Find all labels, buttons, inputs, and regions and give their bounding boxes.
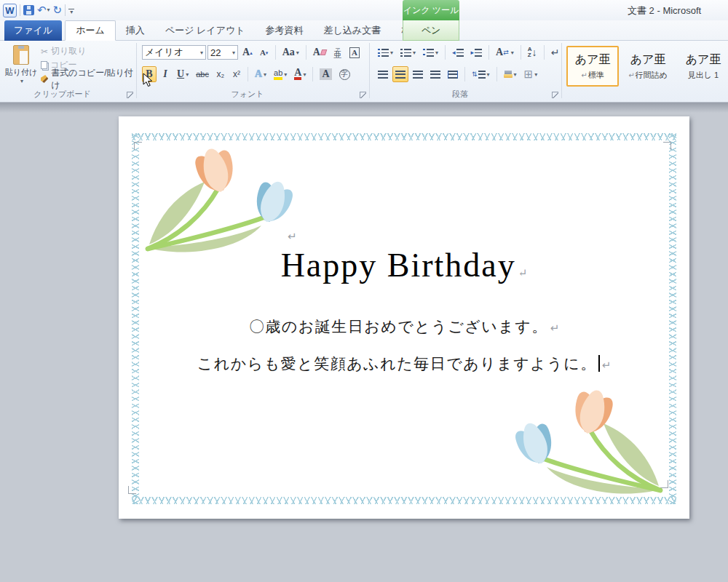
superscript-button[interactable]: x² xyxy=(229,66,244,82)
qat-separator xyxy=(20,4,20,16)
font-name-dropdown-icon[interactable]: ▾ xyxy=(200,49,203,56)
paragraph-dialog-launcher[interactable] xyxy=(552,92,558,98)
underline-dropdown-icon: ▾ xyxy=(186,71,189,78)
tab-mailings[interactable]: 差し込み文書 xyxy=(314,20,392,41)
line-spacing-arrows-icon: ⇅ xyxy=(472,71,478,78)
strikethrough-button[interactable]: abc xyxy=(193,66,212,82)
line-spacing-button[interactable]: ⇅▾ xyxy=(469,66,493,82)
font-color-icon: A xyxy=(294,68,301,80)
distribute-button[interactable] xyxy=(445,66,461,82)
style-no-spacing[interactable]: あア亜 ↵行間詰め xyxy=(622,46,674,87)
mini-separator xyxy=(464,67,465,81)
mini-separator xyxy=(445,45,446,60)
show-editing-marks-button[interactable]: ↵ xyxy=(548,44,563,60)
decrease-indent-button[interactable]: ◂ xyxy=(449,44,467,60)
font-group-label: フォント xyxy=(138,89,357,100)
tab-pen[interactable]: ペン xyxy=(403,20,459,41)
save-icon[interactable] xyxy=(23,5,34,15)
tab-home[interactable]: ホーム xyxy=(65,20,116,41)
mini-separator xyxy=(488,45,489,60)
align-center-button[interactable] xyxy=(392,66,408,82)
undo-dropdown-icon[interactable]: ▾ xyxy=(47,5,50,15)
align-right-icon xyxy=(413,71,423,79)
clear-formatting-button[interactable]: A xyxy=(310,44,329,60)
grow-font-icon: A xyxy=(242,47,250,58)
card-heading[interactable]: Happy Birthday↵ xyxy=(119,246,689,284)
clipboard-group-label: クリップボード xyxy=(0,89,124,100)
sort-button[interactable]: AZ↓ xyxy=(525,44,540,60)
multilevel-list-icon xyxy=(423,49,434,57)
group-separator xyxy=(561,43,562,98)
tab-file[interactable]: ファイル xyxy=(4,20,62,41)
borders-button[interactable]: ⊞▾ xyxy=(521,66,541,82)
cut-button[interactable]: ✂ 切り取り xyxy=(41,44,136,58)
paste-label: 貼り付け xyxy=(5,67,38,78)
tulip-artwork-top-left[interactable] xyxy=(139,146,310,256)
font-size-dropdown-icon[interactable]: ▾ xyxy=(232,49,235,56)
asian-layout-dropdown-icon: ▾ xyxy=(511,49,514,56)
shading-button[interactable]: ▾ xyxy=(501,66,520,82)
change-case-dropdown-icon: ▾ xyxy=(296,49,299,56)
character-border-button[interactable]: A xyxy=(347,44,363,60)
grow-font-button[interactable]: A▴ xyxy=(240,44,256,60)
style-heading-1[interactable]: あア亜 見出し 1 xyxy=(677,46,728,87)
change-case-button[interactable]: Aa▾ xyxy=(280,44,302,60)
shrink-font-button[interactable]: A▾ xyxy=(257,44,272,60)
tulip-artwork-bottom-right[interactable] xyxy=(498,387,669,498)
customize-qat-button[interactable]: ▾ xyxy=(68,7,74,14)
card-line-2[interactable]: これからも愛と笑顔あふれた毎日でありますように。↵ xyxy=(119,354,689,374)
sort-arrow-icon: ↓ xyxy=(532,47,537,58)
redo-icon: ↻ xyxy=(53,5,63,15)
tab-insert[interactable]: 挿入 xyxy=(116,20,155,41)
page-border-bottom xyxy=(132,497,676,504)
text-highlight-dropdown-icon: ▾ xyxy=(284,71,287,78)
bullets-button[interactable]: ▾ xyxy=(375,44,396,60)
text-highlight-button[interactable]: ab▾ xyxy=(271,66,290,82)
enclose-characters-button[interactable]: 字 xyxy=(336,66,353,82)
italic-button[interactable]: I xyxy=(158,66,173,82)
font-color-button[interactable]: A▾ xyxy=(291,66,309,82)
subscript-button[interactable]: x₂ xyxy=(213,66,228,82)
cut-label: 切り取り xyxy=(51,45,87,57)
justify-button[interactable] xyxy=(427,66,443,82)
text-effects-button[interactable]: A▾ xyxy=(252,66,269,82)
paste-dropdown-icon[interactable]: ▾ xyxy=(20,78,23,84)
format-painter-label: 書式のコピー/貼り付け xyxy=(51,67,136,92)
style-preview: あア亜 xyxy=(686,52,721,67)
clear-formatting-icon: A xyxy=(313,47,320,58)
underline-button[interactable]: U▾ xyxy=(174,66,191,82)
phonetic-guide-button[interactable]: ア亜 xyxy=(331,44,345,60)
numbering-button[interactable]: ▾ xyxy=(397,44,419,60)
shrink-font-icon: A xyxy=(260,48,266,57)
clipboard-dialog-launcher[interactable] xyxy=(127,92,133,98)
tab-page-layout[interactable]: ページ レイアウト xyxy=(155,20,256,41)
shrink-font-arrow-icon: ▾ xyxy=(266,49,269,56)
page-border-top xyxy=(132,133,676,140)
redo-button[interactable]: ↻ xyxy=(53,5,63,15)
character-shading-button[interactable]: A xyxy=(317,66,334,82)
align-left-button[interactable] xyxy=(375,66,391,82)
tab-references[interactable]: 参考資料 xyxy=(256,20,314,41)
increase-indent-icon: ▸ xyxy=(471,49,475,56)
margin-crop-mark xyxy=(663,142,671,150)
undo-button[interactable]: ↶▾ xyxy=(37,5,50,15)
font-size-combo[interactable]: 22 ▾ xyxy=(207,45,238,60)
styles-group: あア亜 ↵標準 あア亜 ↵行間詰め あア亜 見出し 1 xyxy=(563,41,728,102)
ink-tools-contextual-header: インク ツール xyxy=(403,0,459,20)
character-border-icon: A xyxy=(349,47,360,58)
format-painter-button[interactable]: 書式のコピー/貼り付け xyxy=(41,72,136,86)
document-page[interactable]: ↵ Happy Birthday↵ 〇歳のお誕生日おめでとうございます。↵ これ… xyxy=(119,116,689,519)
text-effects-icon: A xyxy=(255,68,262,80)
increase-indent-button[interactable]: ▸ xyxy=(468,44,486,60)
word-logo-icon: W xyxy=(3,4,17,17)
borders-dropdown-icon: ▾ xyxy=(534,71,537,78)
font-name-combo[interactable]: メイリオ ▾ xyxy=(142,45,206,60)
enclose-characters-icon: 字 xyxy=(339,69,350,80)
document-text[interactable]: Happy Birthday↵ 〇歳のお誕生日おめでとうございます。↵ これから… xyxy=(119,246,689,374)
font-dialog-launcher[interactable] xyxy=(360,92,366,98)
style-normal[interactable]: あア亜 ↵標準 xyxy=(566,46,619,87)
multilevel-list-button[interactable]: ▾ xyxy=(420,44,441,60)
align-right-button[interactable] xyxy=(410,66,426,82)
asian-layout-button[interactable]: A⇄▾ xyxy=(493,44,517,60)
card-line-1[interactable]: 〇歳のお誕生日おめでとうございます。↵ xyxy=(119,316,689,337)
